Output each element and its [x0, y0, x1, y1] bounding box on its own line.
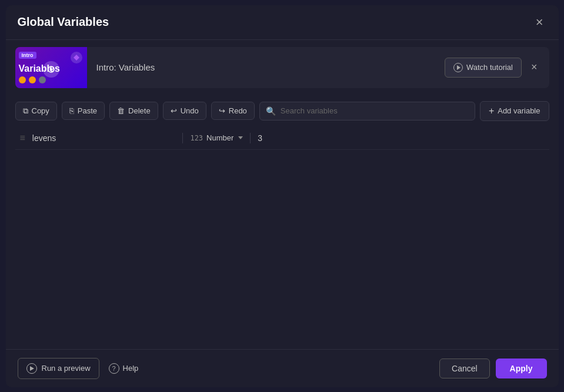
- variables-list: ≡ 123 Number: [6, 127, 559, 349]
- copy-label: Copy: [32, 106, 49, 115]
- drag-handle-icon[interactable]: ≡: [20, 133, 25, 143]
- watch-tutorial-button[interactable]: Watch tutorial: [445, 58, 522, 78]
- toolbar: Copy ⎘ Paste 🗑 Delete ↩ Undo ↪ Redo 🔍 + …: [6, 95, 559, 127]
- variable-name-input[interactable]: [32, 133, 176, 143]
- add-variable-label: Add variable: [498, 106, 540, 115]
- delete-icon: 🗑: [117, 106, 125, 115]
- modal-header: Global Variables ×: [6, 5, 559, 40]
- search-icon: 🔍: [266, 106, 276, 116]
- tutorial-thumbnail: Intro Variables: [15, 47, 87, 88]
- undo-icon: ↩: [171, 106, 177, 115]
- dot-1: [19, 76, 26, 83]
- chevron-down-icon: [238, 136, 243, 139]
- search-input[interactable]: [281, 106, 469, 115]
- modal-title: Global Variables: [18, 15, 109, 29]
- tutorial-title-text: Intro: Variables: [87, 62, 445, 72]
- dot-3: [39, 76, 46, 83]
- delete-label: Delete: [128, 106, 151, 115]
- redo-button[interactable]: ↪ Redo: [211, 102, 255, 120]
- apply-button[interactable]: Apply: [496, 359, 547, 378]
- undo-label: Undo: [181, 106, 199, 115]
- modal-footer: Run a preview ? Help Cancel Apply: [6, 349, 559, 387]
- help-button[interactable]: ? Help: [109, 363, 139, 374]
- run-preview-button[interactable]: Run a preview: [18, 358, 99, 379]
- undo-button[interactable]: ↩ Undo: [163, 102, 206, 120]
- variable-value-input[interactable]: [258, 133, 544, 143]
- plus-icon: +: [489, 106, 494, 116]
- type-icon: 123: [190, 134, 203, 142]
- delete-button[interactable]: 🗑 Delete: [109, 102, 158, 120]
- table-row: ≡ 123 Number: [15, 127, 549, 150]
- add-variable-button[interactable]: + Add variable: [480, 101, 549, 121]
- variable-type-selector[interactable]: 123 Number: [190, 133, 243, 142]
- run-preview-label: Run a preview: [42, 364, 91, 373]
- footer-left: Run a preview ? Help: [18, 358, 139, 379]
- global-variables-modal: Global Variables × Intro Variables: [6, 5, 559, 387]
- run-play-icon: [26, 363, 37, 374]
- divider-1: [182, 133, 183, 143]
- dot-2: [29, 76, 36, 83]
- type-label: Number: [206, 133, 233, 142]
- watch-tutorial-label: Watch tutorial: [466, 63, 513, 72]
- divider-2: [250, 133, 251, 143]
- thumb-brand-icon: [71, 52, 82, 63]
- thumb-label-text: Intro: [19, 52, 36, 59]
- paste-button[interactable]: ⎘ Paste: [62, 102, 105, 120]
- thumb-dots: [19, 76, 46, 83]
- paste-label: Paste: [78, 106, 97, 115]
- modal-close-button[interactable]: ×: [532, 15, 547, 30]
- thumb-title-text: Variables: [19, 63, 60, 74]
- play-icon: [453, 63, 463, 72]
- redo-label: Redo: [229, 106, 247, 115]
- search-box: 🔍: [259, 102, 475, 120]
- cancel-button[interactable]: Cancel: [439, 359, 490, 378]
- paste-icon: ⎘: [69, 106, 74, 115]
- redo-icon: ↪: [219, 106, 225, 115]
- help-label: Help: [123, 364, 139, 373]
- banner-close-button[interactable]: ×: [529, 59, 540, 76]
- copy-icon: [23, 106, 28, 116]
- tutorial-banner: Intro Variables Intro: Variables: [15, 47, 549, 88]
- help-icon: ?: [109, 363, 119, 374]
- footer-right: Cancel Apply: [439, 359, 546, 378]
- copy-button[interactable]: Copy: [15, 102, 57, 120]
